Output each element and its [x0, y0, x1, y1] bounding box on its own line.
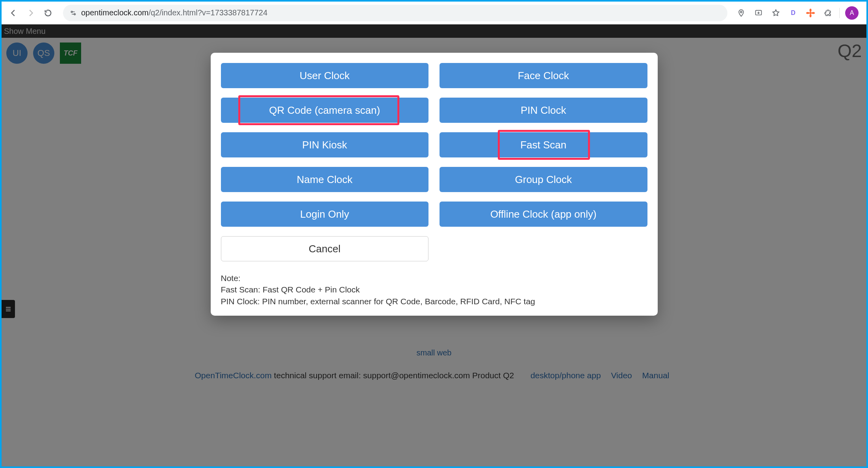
modal-overlay: User Clock Face Clock QR Code (camera sc… [2, 24, 866, 466]
back-button[interactable] [6, 6, 20, 20]
cancel-button[interactable]: Cancel [221, 236, 429, 261]
clock-mode-modal: User Clock Face Clock QR Code (camera sc… [211, 53, 658, 316]
site-info-icon[interactable] [69, 9, 77, 17]
note-title: Note: [221, 272, 647, 284]
empty-cell [440, 236, 647, 261]
url-bar[interactable]: opentimeclock.com/q2/index.html?v=173338… [63, 5, 727, 21]
url-text: opentimeclock.com/q2/index.html?v=173338… [81, 8, 267, 17]
fast-scan-button-label: Fast Scan [520, 139, 566, 151]
profile-avatar[interactable]: A [845, 6, 859, 20]
bookmark-star-icon[interactable] [770, 7, 782, 19]
forward-button[interactable] [24, 6, 38, 20]
qr-code-button[interactable]: QR Code (camera scan) [221, 98, 429, 123]
face-clock-button[interactable]: Face Clock [440, 63, 647, 88]
login-only-button[interactable]: Login Only [221, 202, 429, 227]
modal-note: Note: Fast Scan: Fast QR Code + Pin Cloc… [221, 272, 647, 307]
svg-point-6 [810, 14, 812, 17]
svg-point-4 [809, 12, 812, 14]
location-icon[interactable] [735, 7, 747, 19]
extensions-puzzle-icon[interactable] [822, 7, 834, 19]
group-clock-button[interactable]: Group Clock [440, 167, 647, 192]
extension-flower-icon[interactable] [805, 7, 816, 19]
qr-code-button-label: QR Code (camera scan) [269, 104, 380, 117]
svg-point-8 [812, 12, 815, 14]
user-clock-button[interactable]: User Clock [221, 63, 429, 88]
fast-scan-button[interactable]: Fast Scan [440, 132, 647, 157]
offline-clock-button[interactable]: Offline Clock (app only) [440, 202, 647, 227]
pin-clock-button[interactable]: PIN Clock [440, 98, 647, 123]
svg-point-2 [740, 11, 742, 13]
install-icon[interactable] [753, 7, 764, 19]
reload-button[interactable] [41, 6, 55, 20]
note-line-2: PIN Clock: PIN number, external scanner … [221, 296, 647, 307]
svg-point-7 [806, 12, 809, 14]
extension-d-icon[interactable]: D [787, 7, 799, 19]
pin-kiosk-button[interactable]: PIN Kiosk [221, 132, 429, 157]
chrome-actions: D A [735, 6, 862, 20]
browser-toolbar: opentimeclock.com/q2/index.html?v=173338… [2, 2, 866, 24]
divider [839, 8, 840, 18]
svg-point-5 [810, 9, 812, 12]
note-line-1: Fast Scan: Fast QR Code + Pin Clock [221, 284, 647, 295]
name-clock-button[interactable]: Name Clock [221, 167, 429, 192]
